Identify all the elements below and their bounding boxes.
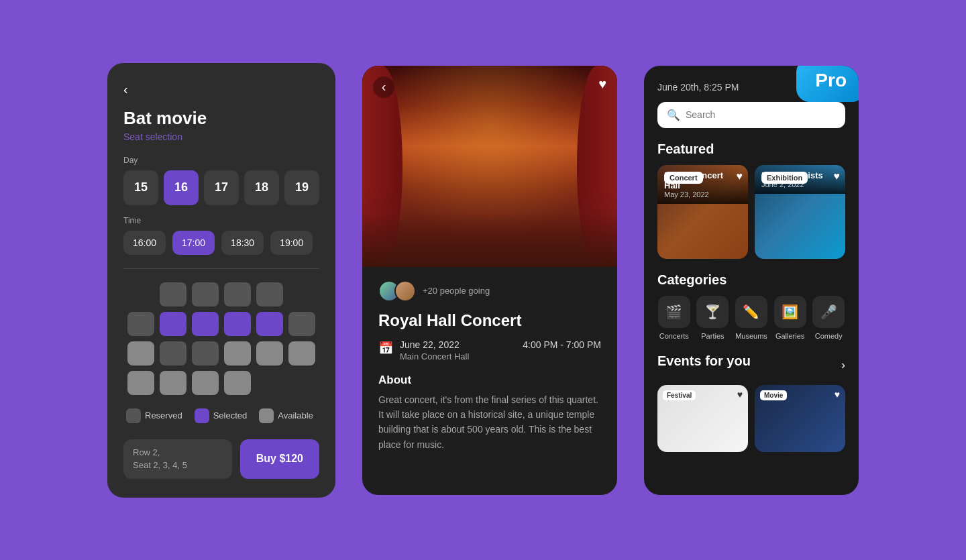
- day-btn-15[interactable]: 15: [123, 170, 158, 205]
- seat-r4-2[interactable]: [160, 371, 186, 395]
- movie-title: Bat movie: [123, 108, 319, 129]
- museums-icon-box: ✏️: [735, 296, 767, 328]
- seat-r3-3[interactable]: [192, 341, 219, 366]
- comedy-label: Comedy: [815, 332, 843, 340]
- concert-venue: Main Concert Hall: [400, 351, 516, 361]
- category-galleries[interactable]: 🖼️ Galleries: [773, 296, 807, 340]
- time-btn-1600[interactable]: 16:00: [123, 231, 166, 255]
- featured-grid: Concert ♥ Royal Concert Hall May 23, 202…: [657, 165, 845, 259]
- about-title: About: [378, 374, 601, 387]
- festival-heart[interactable]: ♥: [737, 389, 743, 400]
- movie-heart[interactable]: ♥: [835, 389, 840, 400]
- divider: [123, 268, 319, 269]
- seat-empty: [127, 282, 154, 306]
- seat-selection-card: ‹ Bat movie Seat selection Day 15 16 17 …: [107, 63, 335, 498]
- galleries-icon-box: 🖼️: [774, 296, 806, 328]
- concert-heart[interactable]: ♥: [737, 170, 743, 182]
- concert-back-button[interactable]: ‹: [373, 76, 394, 98]
- theater-seats: [362, 213, 617, 267]
- seat-r1-4[interactable]: [256, 282, 283, 306]
- concert-image: ‹ ♥: [362, 66, 617, 267]
- legend-selected: Selected: [195, 408, 248, 423]
- exhibition-tag: Exhibition: [761, 172, 808, 184]
- time-selector: 16:00 17:00 18:30 19:00: [123, 231, 319, 255]
- event-card-movie[interactable]: Movie ♥: [755, 385, 845, 452]
- chevron-right-icon[interactable]: ›: [841, 358, 845, 372]
- category-comedy[interactable]: 🎤 Comedy: [812, 296, 845, 340]
- seat-r3-2[interactable]: [160, 341, 186, 366]
- featured-title: Featured: [657, 142, 845, 157]
- time-btn-1830[interactable]: 18:30: [221, 231, 264, 255]
- museums-label: Museums: [735, 332, 767, 340]
- back-button[interactable]: ‹: [123, 82, 128, 97]
- concert-body: +20 people going Royal Hall Concert 📅 Ju…: [362, 267, 617, 466]
- seat-empty: [256, 371, 283, 395]
- seat-r3-6[interactable]: [288, 341, 315, 366]
- seat-r3-4[interactable]: [224, 341, 251, 366]
- category-museums[interactable]: ✏️ Museums: [735, 296, 768, 340]
- concert-meta: 📅 June 22, 2022 Main Concert Hall 4:00 P…: [378, 339, 601, 361]
- seat-r1-3[interactable]: [224, 282, 251, 306]
- seat-r3-1[interactable]: [127, 341, 154, 366]
- selected-label: Selected: [213, 410, 248, 421]
- about-text: Great concert, it's from the final serie…: [378, 392, 601, 453]
- categories-title: Categories: [657, 272, 845, 288]
- seat-r2-4[interactable]: [224, 312, 251, 336]
- seat-row-2: [127, 312, 315, 336]
- cards-container: ‹ Bat movie Seat selection Day 15 16 17 …: [0, 63, 966, 498]
- seat-grid: [123, 282, 319, 395]
- seat-r4-4[interactable]: [224, 371, 251, 395]
- seat-r1-2[interactable]: [192, 282, 219, 306]
- seat-empty: [288, 371, 315, 395]
- seat-r4-3[interactable]: [192, 371, 219, 395]
- parties-label: Parties: [701, 332, 724, 340]
- day-label: Day: [123, 156, 319, 165]
- featured-card-exhibition[interactable]: Exhibition ♥ Impressionists June 2, 2022: [755, 165, 845, 259]
- events-app-card: Pro June 20th, 8:25 PM 🔍 Featured Concer…: [644, 66, 859, 495]
- exhibition-heart[interactable]: ♥: [834, 170, 841, 182]
- seat-r4-1[interactable]: [127, 371, 154, 395]
- movie-tag: Movie: [760, 390, 787, 400]
- category-concerts[interactable]: 🎬 Concerts: [657, 296, 691, 340]
- events-title: Events for you: [657, 353, 751, 369]
- reserved-label: Reserved: [145, 410, 182, 421]
- buy-button[interactable]: Buy $120: [240, 439, 319, 479]
- concert-date: June 22, 2022: [400, 339, 516, 350]
- day-btn-19[interactable]: 19: [284, 170, 319, 205]
- day-btn-16[interactable]: 16: [164, 170, 199, 205]
- pro-badge: Pro: [796, 66, 859, 102]
- events-for-you-header: Events for you ›: [657, 353, 845, 377]
- concert-detail-card: ‹ ♥ +20 people going Royal Hall Concert …: [362, 66, 617, 495]
- concert-name: Royal Hall Concert: [378, 311, 601, 330]
- legend: Reserved Selected Available: [123, 408, 319, 423]
- day-btn-17[interactable]: 17: [204, 170, 239, 205]
- seat-r1-1[interactable]: [160, 282, 186, 306]
- legend-reserved: Reserved: [126, 408, 182, 423]
- event-card-festival[interactable]: Festival ♥: [657, 385, 748, 452]
- seat-empty: [288, 282, 315, 306]
- reserved-dot: [126, 408, 141, 423]
- concert-heart-button[interactable]: ♥: [598, 76, 606, 92]
- category-parties[interactable]: 🍸 Parties: [696, 296, 730, 340]
- selected-dot: [195, 408, 209, 423]
- concerts-label: Concerts: [659, 332, 689, 340]
- seat-r2-5[interactable]: [256, 312, 283, 336]
- categories-row: 🎬 Concerts 🍸 Parties ✏️ Museums 🖼️ Galle…: [657, 296, 845, 340]
- available-label: Available: [278, 410, 313, 421]
- galleries-label: Galleries: [775, 332, 804, 340]
- seat-r2-3[interactable]: [192, 312, 219, 336]
- day-selector: 15 16 17 18 19: [123, 170, 319, 205]
- seat-r3-5[interactable]: [256, 341, 283, 366]
- concert-hall-date: May 23, 2022: [664, 190, 741, 199]
- search-input[interactable]: [686, 109, 836, 120]
- time-btn-1700[interactable]: 17:00: [172, 231, 215, 255]
- seat-r2-2[interactable]: [160, 312, 186, 336]
- seat-r2-1[interactable]: [127, 312, 154, 336]
- featured-card-concert[interactable]: Concert ♥ Royal Concert Hall May 23, 202…: [657, 165, 748, 259]
- time-btn-1900[interactable]: 19:00: [270, 231, 313, 255]
- search-bar[interactable]: 🔍: [657, 102, 845, 128]
- day-btn-18[interactable]: 18: [244, 170, 279, 205]
- concert-date-info: June 22, 2022 Main Concert Hall: [400, 339, 516, 361]
- parties-icon-box: 🍸: [696, 296, 729, 328]
- seat-r2-6[interactable]: [288, 312, 315, 336]
